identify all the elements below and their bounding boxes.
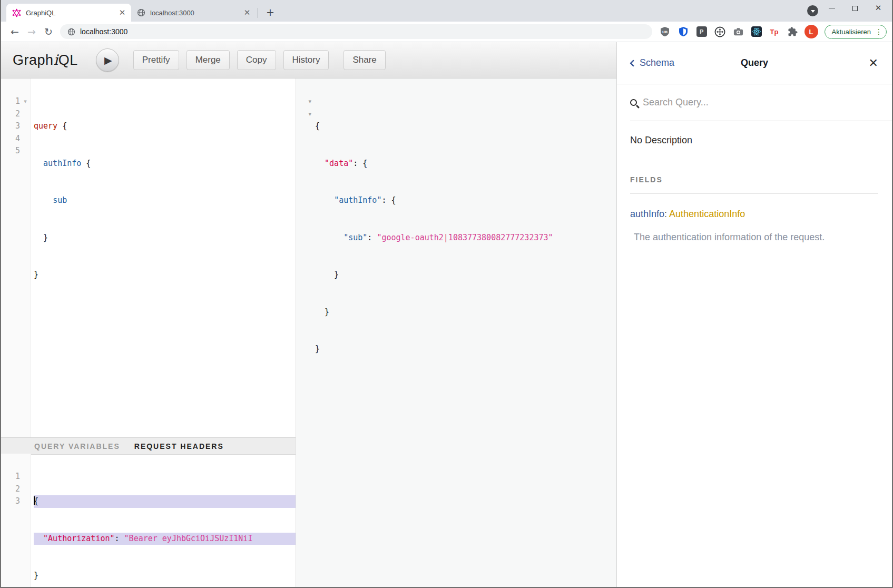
copy-button[interactable]: Copy <box>237 50 276 70</box>
maximize-icon <box>852 6 858 11</box>
docs-body: No Description FIELDS authInfo: Authenti… <box>617 121 892 243</box>
share-button[interactable]: Share <box>344 50 385 70</box>
docs-no-description: No Description <box>630 135 878 146</box>
docs-search-row <box>630 84 892 121</box>
request-headers-editor[interactable]: 1 2 3 { "Authorization": "Bearer eyJhbGc… <box>1 455 296 588</box>
window-controls: ✕ <box>820 1 890 15</box>
docs-back-label: Schema <box>640 57 674 68</box>
update-browser-label: Aktualisieren <box>832 28 871 36</box>
graphiql-left: GraphiQL ▶ Prettify Merge Copy History S… <box>1 42 616 587</box>
tab-title: GraphiQL <box>26 9 117 17</box>
kebab-menu-icon[interactable]: ⋮ <box>875 27 882 36</box>
graphiql-app: GraphiQL ▶ Prettify Merge Copy History S… <box>1 42 892 587</box>
close-icon: ✕ <box>875 4 882 12</box>
forward-icon[interactable]: → <box>23 26 40 37</box>
editors-area: 1▾ 2 3 4 5 query { authInfo { sub } } <box>1 79 616 587</box>
result-viewer-pane: ▾ ▾ { "data": { "authInfo": { "sub": "go… <box>296 79 616 587</box>
fold-arrow-icon[interactable]: ▾ <box>20 95 31 108</box>
docs-panel: Schema Query ✕ No Description FIELDS aut… <box>616 42 892 587</box>
address-url: localhost:3000 <box>80 27 127 36</box>
variables-section: QUERY VARIABLES REQUEST HEADERS 1 2 3 { <box>1 437 296 585</box>
graphql-logo-icon <box>12 8 21 17</box>
tab-search-button[interactable] <box>807 5 818 16</box>
docs-close-button[interactable]: ✕ <box>869 57 878 69</box>
extensions-row: UD P <box>659 26 802 37</box>
search-icon <box>630 99 637 106</box>
maximize-button[interactable] <box>843 1 867 15</box>
result-fold-gutter: ▾ ▾ <box>296 95 315 587</box>
tab-localhost[interactable]: localhost:3000 ✕ <box>131 4 256 22</box>
docs-header: Schema Query ✕ <box>617 42 892 84</box>
minimize-icon <box>829 8 835 9</box>
merge-button[interactable]: Merge <box>187 50 230 70</box>
avatar[interactable]: L <box>804 25 818 38</box>
tab-close-icon[interactable]: ✕ <box>117 8 127 17</box>
svg-text:UD: UD <box>662 30 668 34</box>
extensions-puzzle-icon[interactable] <box>787 26 798 37</box>
update-browser-button[interactable]: Aktualisieren ⋮ <box>825 25 887 39</box>
tab-query-variables[interactable]: QUERY VARIABLES <box>34 442 120 450</box>
ublock-shield-icon[interactable]: UD <box>660 26 671 37</box>
tab-divider <box>258 8 258 18</box>
globe-icon <box>67 28 75 36</box>
tab-title: localhost:3000 <box>150 9 242 17</box>
fold-arrow-icon[interactable]: ▾ <box>296 95 311 108</box>
history-button[interactable]: History <box>283 50 329 70</box>
minimize-button[interactable] <box>820 1 843 15</box>
docs-back-link[interactable]: Schema <box>631 57 674 68</box>
variables-tab-bar: QUERY VARIABLES REQUEST HEADERS <box>1 437 296 455</box>
docs-field-row: authInfo: AuthenticationInfo <box>630 209 878 220</box>
execute-query-button[interactable]: ▶ <box>96 48 119 72</box>
docs-fields-heading: FIELDS <box>630 175 878 184</box>
camera-icon[interactable] <box>733 26 744 37</box>
field-type-link[interactable]: AuthenticationInfo <box>669 209 745 219</box>
chevron-down-icon <box>811 10 815 13</box>
tampermonkey-tp-icon[interactable]: Tp <box>769 26 780 37</box>
result-json: { "data": { "authInfo": { "sub": "google… <box>315 95 553 587</box>
close-button[interactable]: ✕ <box>867 1 890 15</box>
docs-divider <box>630 193 878 194</box>
move-tool-icon[interactable] <box>714 26 725 37</box>
headers-code[interactable]: { "Authorization": "Bearer eyJhbGciOiJSU… <box>31 471 296 588</box>
react-devtools-icon[interactable] <box>751 26 762 37</box>
docs-field-description: The authentication information of the re… <box>634 232 878 243</box>
play-icon: ▶ <box>104 54 112 66</box>
p-extension-icon[interactable]: P <box>696 26 707 37</box>
headers-editor-gutter: 1 2 3 <box>1 454 31 588</box>
browser-window: GraphiQL ✕ localhost:3000 ✕ + ✕ <box>0 0 893 588</box>
tab-strip: GraphiQL ✕ localhost:3000 ✕ + ✕ <box>1 0 892 22</box>
tab-graphiql[interactable]: GraphiQL ✕ <box>6 4 131 22</box>
query-editor-pane: 1▾ 2 3 4 5 query { authInfo { sub } } <box>1 79 296 587</box>
docs-search-input[interactable] <box>643 97 881 108</box>
reload-icon[interactable]: ↻ <box>40 26 57 37</box>
tab-request-headers[interactable]: REQUEST HEADERS <box>134 442 224 450</box>
fold-arrow-icon[interactable]: ▾ <box>296 108 311 121</box>
tab-close-icon[interactable]: ✕ <box>242 8 252 17</box>
chevron-left-icon <box>630 59 637 66</box>
graphiql-logo: GraphiQL <box>13 52 78 68</box>
field-name-link[interactable]: authInfo <box>630 209 664 219</box>
new-tab-button[interactable]: + <box>263 5 278 19</box>
address-bar[interactable]: localhost:3000 <box>60 24 652 39</box>
browser-toolbar: ← → ↻ localhost:3000 UD <box>1 22 892 42</box>
prettify-button[interactable]: Prettify <box>133 50 179 70</box>
graphiql-topbar: GraphiQL ▶ Prettify Merge Copy History S… <box>1 42 616 79</box>
back-icon[interactable]: ← <box>6 26 23 37</box>
globe-icon <box>137 8 145 17</box>
bitwarden-shield-icon[interactable] <box>678 26 689 37</box>
